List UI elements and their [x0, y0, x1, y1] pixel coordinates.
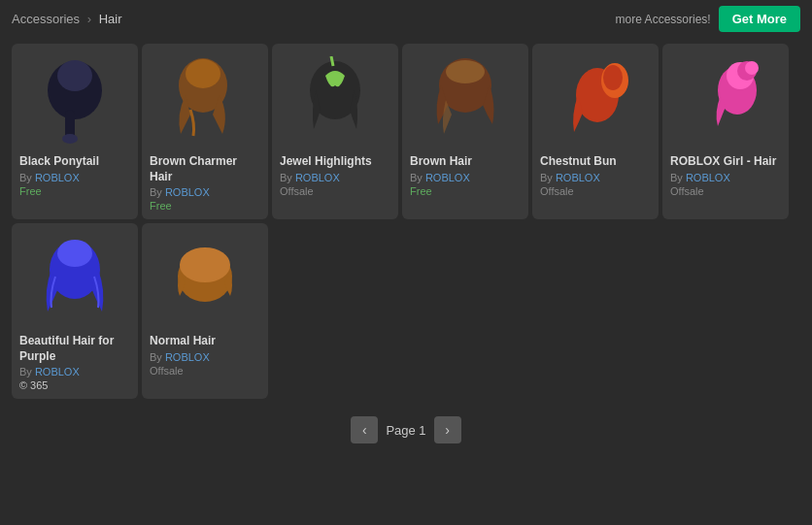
item-title-beautiful-hair-purple: Beautiful Hair for Purple [19, 334, 130, 364]
item-price-brown-charmer-hair: Free [150, 200, 172, 212]
prev-page-button[interactable]: ‹ [351, 416, 378, 443]
item-title-black-ponytail: Black Ponytail [19, 154, 99, 170]
more-accessories-text: more Accessories! [616, 13, 711, 26]
item-image-brown-hair [410, 51, 521, 148]
item-price-beautiful-hair-purple: © 365 [19, 379, 48, 391]
item-card-brown-hair[interactable]: Brown HairBy ROBLOXFree [402, 44, 528, 219]
item-price-chestnut-bun: Offsale [540, 185, 574, 197]
get-more-button[interactable]: Get More [719, 6, 800, 32]
breadcrumb-separator: › [87, 12, 91, 26]
pagination: ‹ Page 1 › [0, 405, 812, 455]
item-card-beautiful-hair-purple[interactable]: Beautiful Hair for PurpleBy ROBLOX© 365 [12, 223, 138, 399]
svg-point-16 [745, 61, 759, 75]
svg-point-3 [62, 134, 78, 144]
item-creator-beautiful-hair-purple: By ROBLOX [19, 366, 80, 377]
page-label: Page 1 [386, 423, 425, 438]
item-title-brown-charmer-hair: Brown Charmer Hair [150, 154, 260, 184]
next-page-button[interactable]: › [434, 416, 461, 443]
item-image-normal-hair [150, 231, 260, 328]
item-creator-black-ponytail: By ROBLOX [19, 172, 80, 183]
item-image-brown-charmer-hair [150, 51, 260, 148]
item-card-chestnut-bun[interactable]: Chestnut BunBy ROBLOXOffsale [532, 44, 659, 219]
item-creator-brown-hair: By ROBLOX [410, 172, 470, 183]
breadcrumb-parent[interactable]: Accessories [12, 12, 80, 26]
item-price-black-ponytail: Free [19, 185, 42, 197]
item-title-roblox-girl-hair: ROBLOX Girl - Hair [670, 154, 776, 170]
item-card-black-ponytail[interactable]: Black PonytailBy ROBLOXFree [12, 44, 138, 219]
item-title-normal-hair: Normal Hair [150, 334, 216, 349]
items-grid: Black PonytailBy ROBLOXFree Brown Charme… [0, 38, 812, 405]
item-card-brown-charmer-hair[interactable]: Brown Charmer HairBy ROBLOXFree [142, 44, 268, 219]
svg-point-20 [180, 247, 230, 282]
robux-icon: © [19, 379, 27, 391]
breadcrumb-current: Hair [99, 12, 122, 26]
item-image-roblox-girl-hair [670, 51, 781, 148]
svg-point-12 [603, 65, 623, 90]
item-image-black-ponytail [19, 51, 130, 148]
top-bar: Accessories › Hair more Accessories! Get… [0, 0, 812, 38]
svg-point-5 [186, 59, 220, 88]
get-more-area: more Accessories! Get More [616, 6, 800, 32]
item-creator-roblox-girl-hair: By ROBLOX [670, 172, 730, 183]
breadcrumb: Accessories › Hair [12, 12, 122, 26]
svg-point-9 [446, 60, 485, 83]
item-image-chestnut-bun [540, 51, 651, 148]
item-price-brown-hair: Free [410, 185, 432, 197]
item-card-jewel-highlights[interactable]: Jewel HighlightsBy ROBLOXOffsale [272, 44, 398, 219]
item-card-roblox-girl-hair[interactable]: ROBLOX Girl - HairBy ROBLOXOffsale [662, 44, 789, 219]
item-price-roblox-girl-hair: Offsale [670, 185, 704, 197]
svg-point-1 [57, 60, 92, 91]
item-image-jewel-highlights [280, 51, 390, 148]
item-creator-normal-hair: By ROBLOX [150, 351, 210, 363]
svg-line-7 [331, 56, 333, 66]
item-creator-chestnut-bun: By ROBLOX [540, 172, 600, 183]
item-card-normal-hair[interactable]: Normal HairBy ROBLOXOffsale [142, 223, 268, 399]
item-image-beautiful-hair-purple [19, 231, 130, 328]
item-creator-brown-charmer-hair: By ROBLOX [150, 186, 210, 198]
item-title-brown-hair: Brown Hair [410, 154, 472, 170]
svg-point-18 [57, 240, 92, 267]
item-price-jewel-highlights: Offsale [280, 185, 314, 197]
item-title-chestnut-bun: Chestnut Bun [540, 154, 617, 170]
item-title-jewel-highlights: Jewel Highlights [280, 154, 372, 170]
item-creator-jewel-highlights: By ROBLOX [280, 172, 340, 183]
item-price-normal-hair: Offsale [150, 365, 184, 377]
